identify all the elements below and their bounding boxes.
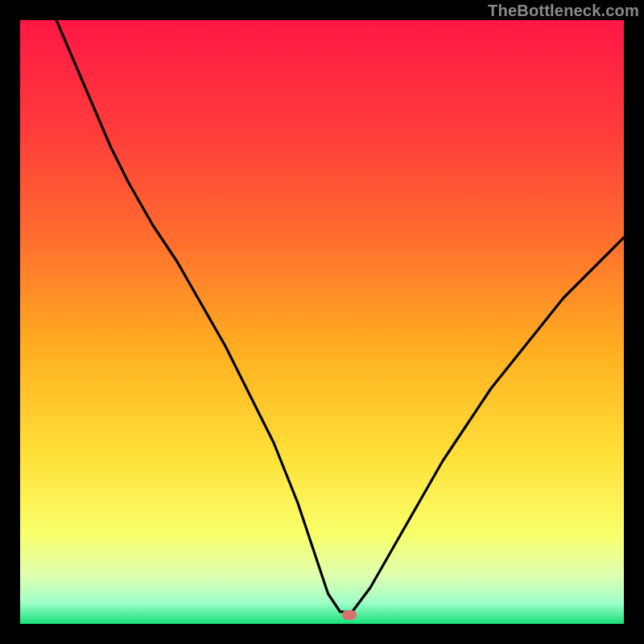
plot-area [20, 20, 624, 624]
watermark-text: TheBottleneck.com [488, 2, 639, 20]
background-gradient [20, 20, 624, 624]
chart-frame: TheBottleneck.com [0, 0, 644, 644]
svg-rect-0 [20, 20, 624, 624]
optimal-point-marker [342, 610, 357, 620]
